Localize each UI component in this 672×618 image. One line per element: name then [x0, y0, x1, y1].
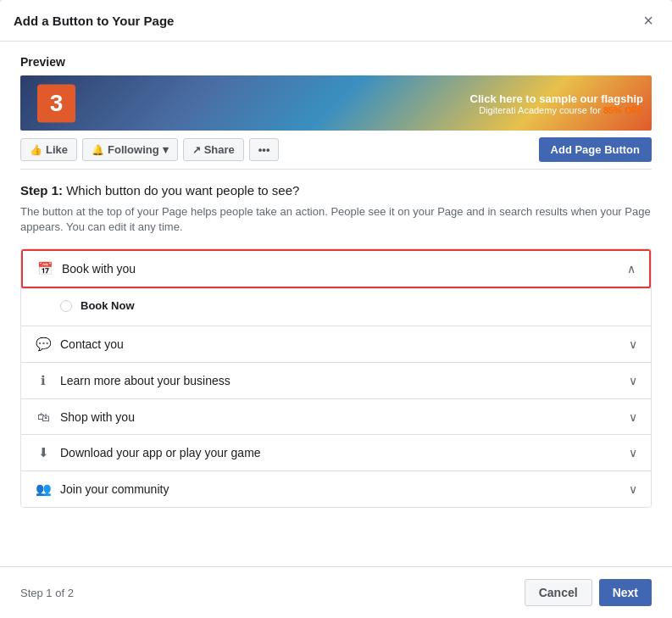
step-indicator: Step 1 of 2: [20, 587, 74, 599]
option-group-book-with-you: 📅 Book with you ∧ Book Now: [21, 249, 651, 326]
options-list: 📅 Book with you ∧ Book Now 💬: [20, 248, 652, 508]
share-button[interactable]: ↗ Share: [183, 138, 244, 161]
share-icon: ↗: [192, 144, 201, 156]
chat-icon: 💬: [35, 337, 52, 352]
calendar-icon: 📅: [36, 261, 53, 276]
community-icon: 👥: [35, 482, 52, 497]
option-header-contact-you[interactable]: 💬 Contact you ∨: [21, 326, 651, 362]
add-page-button[interactable]: Add Page Button: [539, 137, 652, 162]
info-icon: ℹ: [35, 373, 52, 388]
dialog-header: Add a Button to Your Page ×: [0, 0, 672, 42]
close-button[interactable]: ×: [638, 10, 658, 31]
thumbs-up-icon: 👍: [30, 144, 42, 156]
option-group-learn-more: ℹ Learn more about your business ∨: [21, 363, 651, 399]
option-group-contact-you: 💬 Contact you ∨: [21, 326, 651, 363]
dialog-footer: Step 1 of 2 Cancel Next: [0, 566, 672, 618]
chevron-down-icon-learn: ∨: [629, 374, 637, 387]
cancel-button[interactable]: Cancel: [525, 579, 592, 606]
banner-overlay: Click here to sample our flagship Digite…: [470, 92, 643, 114]
banner-text1: Click here to sample our flagship: [470, 92, 643, 104]
preview-banner: 3 Click here to sample our flagship Digi…: [20, 75, 652, 131]
option-label-shop: Shop with you: [60, 410, 135, 424]
option-header-community[interactable]: 👥 Join your community ∨: [21, 471, 651, 507]
sub-options-book-with-you: Book Now: [21, 288, 651, 326]
option-group-shop: 🛍 Shop with you ∨: [21, 399, 651, 435]
footer-buttons: Cancel Next: [525, 579, 652, 606]
following-button[interactable]: 🔔 Following ▾: [82, 138, 178, 161]
add-button-dialog: Add a Button to Your Page × Preview 3 Cl…: [0, 0, 672, 618]
option-header-download[interactable]: ⬇ Download your app or play your game ∨: [21, 435, 651, 470]
option-header-book-with-you[interactable]: 📅 Book with you ∧: [21, 249, 651, 288]
option-label-book-with-you: Book with you: [62, 262, 136, 276]
chevron-up-icon: ∧: [627, 262, 636, 276]
chevron-down-icon-contact: ∨: [629, 337, 637, 351]
chevron-down-icon-community: ∨: [629, 482, 637, 496]
following-icon: 🔔: [92, 144, 104, 156]
step-description: The button at the top of your Page helps…: [20, 204, 652, 235]
dialog-title: Add a Button to Your Page: [14, 14, 174, 28]
chevron-down-icon-download: ∨: [629, 446, 637, 459]
like-button[interactable]: 👍 Like: [20, 138, 77, 161]
option-label-download: Download your app or play your game: [60, 446, 261, 459]
radio-book-now[interactable]: [60, 300, 72, 312]
option-group-community: 👥 Join your community ∨: [21, 471, 651, 507]
page-actions-bar: 👍 Like 🔔 Following ▾ ↗ Share ••• Add Pag…: [20, 131, 652, 170]
download-icon: ⬇: [35, 445, 52, 460]
chevron-down-icon: ▾: [163, 143, 169, 156]
option-label-contact-you: Contact you: [60, 337, 124, 351]
preview-label: Preview: [20, 55, 652, 69]
step-title: Step 1: Which button do you want people …: [20, 183, 652, 198]
sub-option-label-book-now: Book Now: [81, 299, 135, 312]
option-label-learn-more: Learn more about your business: [60, 374, 230, 387]
option-group-download: ⬇ Download your app or play your game ∨: [21, 435, 651, 471]
banner-number: 3: [37, 84, 75, 122]
chevron-down-icon-shop: ∨: [629, 410, 637, 424]
sub-option-book-now[interactable]: Book Now: [21, 292, 651, 319]
dialog-body: Preview 3 Click here to sample our flags…: [0, 42, 672, 566]
more-button[interactable]: •••: [249, 138, 280, 161]
option-header-shop[interactable]: 🛍 Shop with you ∨: [21, 399, 651, 434]
next-button[interactable]: Next: [599, 579, 652, 606]
shop-icon: 🛍: [35, 409, 52, 424]
option-header-learn-more[interactable]: ℹ Learn more about your business ∨: [21, 363, 651, 398]
option-label-community: Join your community: [60, 482, 169, 496]
banner-text2: Digiterati Academy course for 85% OFF: [470, 104, 643, 114]
